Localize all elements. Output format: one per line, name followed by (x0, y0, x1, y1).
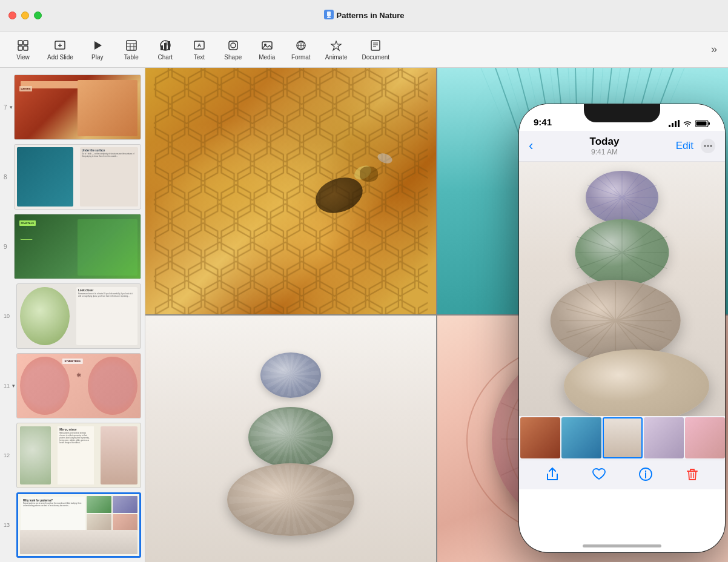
close-button[interactable] (8, 12, 16, 19)
iphone-home-indicator (583, 544, 661, 547)
svg-rect-12 (127, 41, 136, 50)
battery-icon (695, 120, 710, 127)
minimize-button[interactable] (21, 12, 29, 19)
svg-point-78 (710, 145, 712, 147)
slide-number-7: 7 (4, 104, 7, 111)
slide-thumb-7[interactable]: LAYERS (14, 74, 141, 140)
slide-thumb-9[interactable]: FRACTALS (14, 214, 141, 279)
slide-thumb-8[interactable]: Under the surface Go to / think — or the… (14, 144, 141, 210)
svg-rect-5 (24, 41, 28, 45)
photos-more-button[interactable] (701, 139, 715, 153)
text-label: Text (194, 54, 205, 61)
slide-number-13: 13 (4, 522, 10, 528)
slide-number-12: 12 (4, 452, 10, 458)
photos-favorite-button[interactable] (591, 466, 607, 482)
photos-back-button[interactable]: ‹ (529, 138, 533, 154)
maximize-button[interactable] (34, 12, 42, 19)
iphone-time: 9:41 (534, 117, 552, 127)
svg-rect-23 (229, 41, 237, 50)
slide-group-12: 12 ▾ Mirror, mirror Many plants and seve… (0, 421, 145, 490)
toolbar-more-button[interactable]: » (706, 41, 722, 58)
document-label: Document (362, 54, 390, 61)
window-title: Patterns in Nature (324, 10, 405, 21)
view-icon (16, 39, 30, 52)
slide-number-8: 8 (4, 174, 7, 180)
photos-share-button[interactable] (544, 466, 560, 482)
svg-text:A: A (197, 42, 202, 48)
toolbar-media[interactable]: Media (250, 36, 284, 63)
iphone-frame: 9:41 (519, 104, 725, 552)
toolbar-view[interactable]: View (6, 36, 40, 63)
traffic-lights (8, 12, 42, 19)
toolbar: View Add Slide Play (0, 31, 728, 68)
wifi-icon (683, 120, 692, 127)
toolbar-text[interactable]: A Text (182, 36, 216, 63)
photo-thumb-1[interactable] (520, 417, 560, 458)
slide-group-8: 8 ▾ Under the surface Go to / think — or… (0, 142, 145, 211)
collapse-icon-7[interactable]: ▾ (10, 104, 13, 110)
slide-thumb-13[interactable]: Why look for patterns? Natural patterns … (16, 492, 141, 558)
svg-rect-38 (154, 68, 428, 314)
text-icon: A (193, 39, 206, 52)
svg-rect-6 (18, 46, 22, 50)
photo-thumb-4[interactable] (644, 417, 684, 458)
toolbar-add-slide[interactable]: Add Slide (40, 36, 81, 63)
photos-header-actions: Edit (676, 139, 715, 153)
main-content: 7 ▾ LAYERS 8 ▾ Under the surface Go to /… (0, 68, 728, 562)
photos-bottom-bar (519, 460, 725, 489)
toolbar-animate[interactable]: Animate (318, 36, 355, 63)
app-icon (324, 10, 334, 21)
format-icon (294, 39, 308, 52)
photos-edit-button[interactable]: Edit (676, 140, 693, 152)
svg-rect-1 (327, 12, 331, 16)
svg-rect-70 (672, 123, 673, 127)
iphone-status-bar: 9:41 (519, 104, 725, 131)
play-icon (91, 39, 104, 52)
svg-rect-71 (675, 121, 677, 127)
svg-marker-11 (94, 41, 102, 50)
svg-rect-75 (697, 122, 707, 126)
chart-label: Chart (158, 54, 173, 61)
media-icon (260, 39, 274, 52)
collapse-icon-11[interactable]: ▾ (12, 383, 15, 389)
add-slide-label: Add Slide (47, 54, 73, 61)
view-label: View (16, 54, 30, 61)
canvas-area[interactable]: 9:41 (145, 68, 728, 562)
toolbar-table[interactable]: Table (114, 36, 148, 63)
grid-cell-urchin-stacked (145, 316, 436, 562)
photos-thumbnail-strip (519, 416, 725, 460)
chart-icon (159, 39, 172, 52)
slide-number-11: 11 (4, 383, 10, 389)
photo-thumb-2[interactable] (561, 417, 601, 458)
table-icon (125, 39, 138, 52)
slide-number-10: 10 (4, 313, 10, 319)
svg-rect-69 (669, 125, 670, 127)
svg-point-77 (707, 145, 709, 147)
shape-label: Shape (224, 54, 242, 61)
slide-group-10: 10 ▾ Look closer Romanesco broccoli is a… (0, 282, 145, 351)
photos-delete-button[interactable] (684, 466, 700, 482)
slide-thumb-10[interactable]: Look closer Romanesco broccoli is a frac… (16, 283, 141, 349)
svg-rect-31 (371, 41, 380, 50)
document-icon (369, 39, 382, 52)
slide-thumb-11[interactable]: SYMMETRIES ✱ (16, 353, 141, 418)
toolbar-format[interactable]: Format (284, 36, 318, 63)
shape-icon (227, 39, 240, 52)
toolbar-play[interactable]: Play (81, 36, 114, 63)
media-label: Media (259, 54, 275, 61)
signal-icon (669, 120, 680, 127)
photo-thumb-3[interactable] (603, 417, 643, 458)
iphone-screen: 9:41 (519, 104, 725, 552)
toolbar-chart[interactable]: Chart (148, 36, 182, 63)
iphone-overlay: 9:41 (510, 104, 728, 562)
toolbar-document[interactable]: Document (355, 36, 397, 63)
photos-subtitle: 9:41 AM (590, 148, 620, 156)
svg-point-76 (704, 145, 706, 147)
svg-rect-72 (678, 120, 680, 127)
slide-thumb-12[interactable]: Mirror, mirror Many plants and several a… (16, 423, 141, 488)
photo-thumb-5[interactable] (685, 417, 725, 458)
toolbar-shape[interactable]: Shape (216, 36, 250, 63)
slide-group-11: 11 ▾ SYMMETRIES ✱ (0, 351, 145, 420)
slide-panel: 7 ▾ LAYERS 8 ▾ Under the surface Go to /… (0, 68, 145, 562)
photos-info-button[interactable] (638, 466, 654, 482)
